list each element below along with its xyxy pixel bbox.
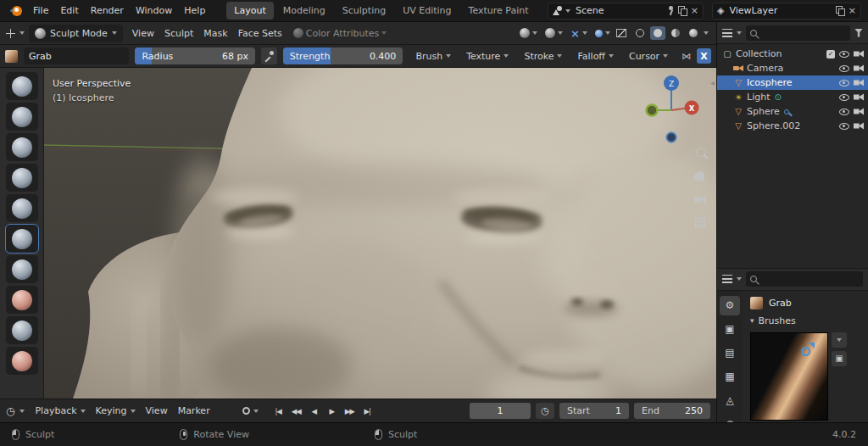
workspace-tab[interactable]: UV Editing	[395, 2, 459, 20]
render-visibility-icon[interactable]	[854, 79, 864, 86]
outliner-item[interactable]: Sphere	[717, 104, 868, 119]
properties-tab[interactable]	[720, 415, 740, 423]
strength-slider[interactable]: Strength 0.400	[283, 47, 403, 64]
outliner-item[interactable]: Light	[717, 90, 868, 104]
blender-logo-icon[interactable]	[7, 5, 22, 17]
brush-tool-button[interactable]	[6, 286, 38, 314]
brush-tool-button[interactable]	[6, 255, 38, 283]
color-attributes-popover[interactable]: Color Attributes	[292, 28, 389, 39]
properties-search-input[interactable]	[746, 271, 863, 287]
render-visibility-icon[interactable]	[854, 122, 864, 130]
transport-button[interactable]: ▶|	[359, 404, 376, 419]
close-icon[interactable]	[849, 6, 856, 15]
brush-tool-button[interactable]	[6, 225, 38, 253]
timeline-editor-icon[interactable]: ◷	[6, 405, 14, 417]
transport-button[interactable]: |◀	[270, 404, 287, 419]
workspace-tab[interactable]: Modeling	[275, 2, 333, 20]
brush-tool-button[interactable]	[6, 164, 38, 192]
snapping-popover[interactable]	[569, 28, 589, 39]
brush-popover[interactable]: Stroke	[522, 51, 564, 62]
new-scene-icon[interactable]	[678, 6, 687, 15]
transport-button[interactable]: ◀◀	[288, 404, 304, 419]
frame-end-field[interactable]: End 250	[634, 403, 710, 419]
editor-type-icon[interactable]	[6, 29, 15, 38]
outliner-search-input[interactable]	[746, 25, 850, 41]
pin-icon[interactable]	[667, 6, 675, 15]
workspace-tab[interactable]: Sculpting	[335, 2, 393, 20]
properties-tab[interactable]	[720, 320, 740, 339]
brush-tool-button[interactable]	[6, 72, 38, 100]
brush-tool-button[interactable]	[6, 347, 38, 375]
visibility-eye-icon[interactable]	[839, 123, 849, 130]
brush-tool-button[interactable]	[6, 194, 38, 222]
brush-preview[interactable]	[750, 332, 828, 421]
close-icon[interactable]	[691, 6, 698, 15]
viewport-menu-item[interactable]: Mask	[198, 25, 232, 42]
transport-button[interactable]: ◀	[306, 404, 322, 419]
camera-view-icon[interactable]	[694, 196, 706, 203]
visibility-eye-icon[interactable]	[839, 65, 849, 72]
menu-item[interactable]: Window	[130, 3, 178, 19]
brushes-panel-header[interactable]: Brushes	[750, 315, 862, 326]
xray-toggle-icon[interactable]	[616, 29, 626, 37]
visibility-eye-icon[interactable]	[839, 51, 849, 58]
sculpt-canvas[interactable]	[0, 68, 716, 399]
brush-tool-button[interactable]	[6, 133, 38, 161]
viewport-menu-item[interactable]: Sculpt	[159, 25, 198, 42]
viewport[interactable]: User Perspective (1) Icosphere Z X ◂	[0, 68, 716, 399]
shading-rendered-button[interactable]	[686, 26, 701, 40]
render-visibility-icon[interactable]	[854, 64, 864, 72]
render-visibility-icon[interactable]	[854, 108, 864, 115]
brush-tool-button[interactable]	[6, 316, 38, 344]
render-visibility-icon[interactable]	[854, 93, 864, 101]
brush-popover[interactable]: Brush	[414, 51, 453, 62]
timeline-menu-item[interactable]: Keying	[91, 403, 141, 419]
overlays-popover[interactable]	[543, 28, 565, 38]
properties-tab[interactable]	[720, 391, 740, 410]
timeline-menu-item[interactable]: Playback	[30, 403, 90, 419]
properties-editor-icon[interactable]	[722, 275, 732, 283]
brush-name-field[interactable]: Grab	[24, 47, 129, 64]
current-frame-field[interactable]: 1	[470, 403, 531, 419]
menu-item[interactable]: Edit	[54, 3, 84, 19]
outliner-item[interactable]: Collection	[717, 47, 868, 61]
use-preview-range-button[interactable]: ◷	[536, 403, 554, 419]
brush-image-button[interactable]: ▣	[832, 351, 847, 366]
transport-button[interactable]: ▶	[324, 404, 340, 419]
workspace-tab[interactable]: Texture Paint	[461, 2, 537, 20]
viewport-menu-item[interactable]: Face Sets	[233, 25, 287, 42]
grid-toggle-icon[interactable]	[695, 218, 705, 228]
scene-selector[interactable]: Scene	[548, 3, 704, 20]
outliner-item[interactable]: Sphere.002	[717, 119, 868, 133]
gizmos-popover[interactable]	[518, 28, 539, 38]
properties-tab[interactable]	[720, 343, 740, 363]
collection-checkbox[interactable]	[826, 50, 835, 59]
radius-slider[interactable]: Radius 68 px	[135, 47, 255, 64]
transport-button[interactable]: ▶▶	[342, 404, 358, 419]
mode-selector[interactable]: Sculpt Mode	[29, 25, 123, 42]
brush-tool-button[interactable]	[6, 103, 38, 131]
menu-item[interactable]: Help	[178, 3, 211, 19]
zoom-icon[interactable]	[696, 148, 705, 157]
viewport-menu-item[interactable]: View	[127, 25, 159, 42]
timeline-menu-item[interactable]: View	[141, 403, 173, 419]
brush-popover[interactable]: Falloff	[576, 51, 615, 62]
brush-thumbnail-icon[interactable]	[5, 50, 18, 63]
visibility-eye-icon[interactable]	[839, 109, 849, 115]
menu-item[interactable]: Render	[85, 3, 130, 19]
view-layer-selector[interactable]: ViewLayer	[712, 3, 861, 20]
brush-popover[interactable]: Cursor	[627, 51, 670, 62]
shading-solid-button[interactable]	[650, 26, 665, 40]
render-visibility-icon[interactable]	[854, 50, 864, 58]
timeline-menu-item[interactable]: Marker	[173, 403, 215, 419]
visibility-eye-icon[interactable]	[839, 80, 849, 86]
outliner-item[interactable]: Icosphere	[717, 75, 868, 90]
frame-start-field[interactable]: Start 1	[559, 403, 629, 419]
brush-popover[interactable]: Texture	[465, 51, 510, 62]
shading-material-button[interactable]	[668, 26, 683, 40]
outliner-item[interactable]: Camera	[717, 61, 868, 75]
mirror-x-button[interactable]: X	[697, 48, 711, 64]
properties-tab[interactable]	[720, 367, 740, 387]
options-popover[interactable]	[593, 30, 612, 37]
workspace-tab[interactable]: Layout	[226, 2, 273, 20]
